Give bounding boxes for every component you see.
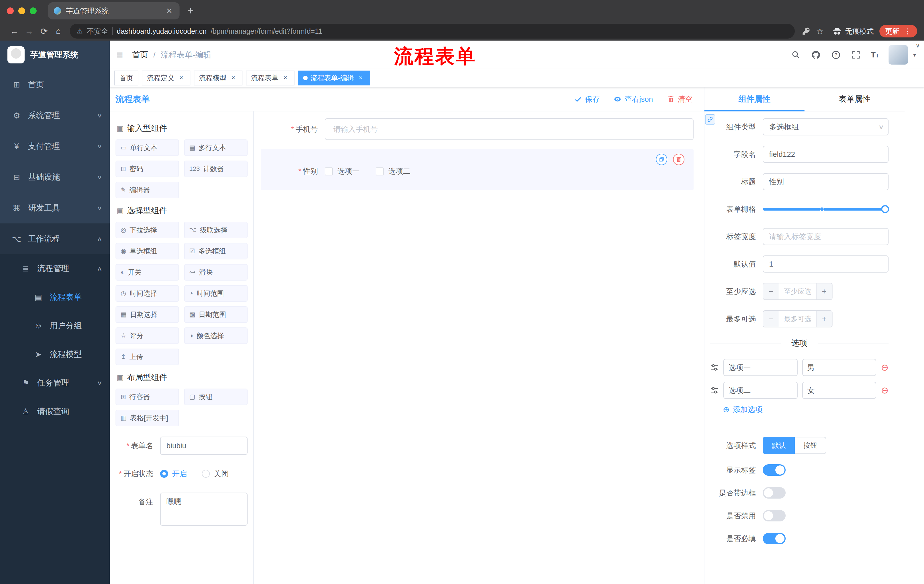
- component-type-select[interactable]: 多选框组 ∨: [763, 118, 889, 135]
- sidebar-item-process-model[interactable]: ➤ 流程模型: [0, 340, 110, 368]
- app-logo-row[interactable]: 芋道管理系统: [0, 41, 110, 69]
- plus-button[interactable]: +: [816, 311, 832, 327]
- sidebar-item-system[interactable]: ⚙ 系统管理 ∨: [0, 100, 110, 131]
- close-icon[interactable]: ×: [281, 74, 289, 82]
- sidebar-item-task-mgmt[interactable]: ⚑ 任务管理 ∨: [0, 368, 110, 397]
- minus-button[interactable]: −: [763, 283, 779, 299]
- minus-button[interactable]: −: [763, 311, 779, 327]
- delete-item-button[interactable]: [673, 154, 685, 165]
- show-label-toggle[interactable]: [763, 464, 785, 476]
- tag-process-form-edit[interactable]: 流程表单-编辑 ×: [298, 71, 370, 86]
- browser-menu-icon[interactable]: ⋮: [904, 27, 911, 36]
- zoom-window-button[interactable]: [30, 7, 36, 14]
- option-value-input[interactable]: [802, 359, 876, 376]
- tab-form-props[interactable]: 表单属性: [805, 87, 904, 111]
- component-cascader[interactable]: ⌥级联选择: [184, 222, 248, 238]
- sidebar-item-payment[interactable]: ¥ 支付管理 ∨: [0, 131, 110, 162]
- sidebar-item-user-group[interactable]: ☺ 用户分组: [0, 311, 110, 340]
- new-tab-button[interactable]: +: [188, 5, 193, 17]
- home-button[interactable]: ⌂: [51, 26, 65, 36]
- component-time-picker[interactable]: ◷时间选择: [116, 285, 179, 302]
- address-bar[interactable]: ⚠ 不安全 dashboard.yudao.iocoder.cn/bpm/man…: [70, 24, 795, 39]
- sidebar-item-home[interactable]: ⊞ 首页: [0, 69, 110, 100]
- browser-tab[interactable]: 芋道管理系统 ✕: [48, 2, 180, 20]
- help-icon[interactable]: ?: [831, 50, 841, 60]
- sidebar-item-leave-query[interactable]: ♙ 请假查询: [0, 397, 110, 426]
- component-multi-text[interactable]: ▤多行文本: [184, 140, 248, 156]
- style-default-button[interactable]: 默认: [763, 437, 795, 454]
- forward-button[interactable]: →: [22, 26, 36, 36]
- sidebar-item-process-form[interactable]: ▤ 流程表单: [0, 283, 110, 311]
- close-icon[interactable]: ×: [229, 74, 237, 82]
- tag-process-definition[interactable]: 流程定义 ×: [142, 71, 190, 86]
- sidebar-item-infra[interactable]: ⊟ 基础设施 ∨: [0, 162, 110, 192]
- remove-option-icon[interactable]: ⊖: [881, 386, 889, 395]
- component-radio-group[interactable]: ◉单选框组: [116, 243, 179, 260]
- chevron-down-icon[interactable]: ∨: [916, 42, 920, 49]
- plus-button[interactable]: +: [816, 283, 832, 299]
- avatar-caret-icon[interactable]: ▾: [913, 51, 916, 58]
- component-rate[interactable]: ☆评分: [116, 327, 179, 344]
- checkbox-option-2[interactable]: 选项二: [376, 166, 411, 176]
- sidebar-item-workflow[interactable]: ⌥ 工作流程 ∧: [0, 224, 110, 254]
- tag-process-form[interactable]: 流程表单 ×: [246, 71, 294, 86]
- tag-process-model[interactable]: 流程模型 ×: [194, 71, 243, 86]
- remove-option-icon[interactable]: ⊖: [881, 363, 889, 372]
- hamburger-icon[interactable]: ≡: [117, 49, 123, 61]
- slider-handle[interactable]: [881, 205, 889, 213]
- reload-button[interactable]: ⟳: [36, 26, 51, 36]
- component-color-picker[interactable]: ◑颜色选择: [184, 327, 248, 344]
- component-password[interactable]: ⊡密码: [116, 161, 179, 177]
- drag-handle-icon[interactable]: [710, 386, 719, 395]
- checkbox-option-1[interactable]: 选项一: [325, 166, 360, 176]
- gender-field-selected[interactable]: 性别 选项一 选项二: [261, 149, 693, 190]
- radio-open[interactable]: 开启: [160, 469, 187, 479]
- option-label-input[interactable]: [723, 382, 798, 399]
- style-button-button[interactable]: 按钮: [795, 437, 826, 454]
- component-dropdown[interactable]: ◎下拉选择: [116, 222, 179, 238]
- component-switch[interactable]: ◐开关: [116, 264, 179, 281]
- component-button[interactable]: ▢按钮: [184, 388, 248, 405]
- required-toggle[interactable]: [763, 533, 785, 544]
- phone-input[interactable]: [325, 118, 693, 140]
- avatar[interactable]: [889, 45, 908, 64]
- copy-item-button[interactable]: [656, 154, 667, 165]
- font-size-icon[interactable]: TT: [871, 50, 879, 59]
- link-icon[interactable]: [705, 114, 715, 125]
- default-value-input[interactable]: [763, 255, 889, 273]
- component-time-range[interactable]: ◔时间范围: [184, 285, 248, 302]
- title-input[interactable]: [763, 173, 889, 190]
- min-select-value[interactable]: 至少应选: [779, 283, 816, 299]
- close-icon[interactable]: ×: [177, 74, 185, 82]
- component-single-text[interactable]: ▭单行文本: [116, 140, 179, 156]
- security-label[interactable]: 不安全: [87, 26, 108, 36]
- option-value-input[interactable]: [802, 382, 876, 399]
- close-window-button[interactable]: [7, 7, 14, 14]
- breadcrumb-home[interactable]: 首页: [132, 49, 148, 60]
- component-counter[interactable]: 123计数器: [184, 161, 248, 177]
- component-slider[interactable]: ⊶滑块: [184, 264, 248, 281]
- back-button[interactable]: ←: [7, 26, 22, 36]
- tag-home[interactable]: 首页: [114, 71, 139, 86]
- browser-update-button[interactable]: 更新 ⋮: [879, 25, 917, 38]
- grid-slider[interactable]: [763, 201, 889, 218]
- tab-component-props[interactable]: 组件属性: [705, 87, 805, 111]
- label-width-input[interactable]: [763, 228, 889, 245]
- remark-textarea[interactable]: 嘿嘿: [160, 493, 248, 526]
- max-select-value[interactable]: 最多可选: [779, 311, 816, 327]
- view-json-button[interactable]: 查看json: [614, 94, 653, 104]
- component-upload[interactable]: ↥上传: [116, 349, 179, 365]
- component-date-picker[interactable]: ▦日期选择: [116, 306, 179, 323]
- close-icon[interactable]: ×: [357, 74, 365, 82]
- component-table[interactable]: ▥表格[开发中]: [116, 410, 179, 426]
- component-row-container[interactable]: ⊞行容器: [116, 388, 179, 405]
- search-icon[interactable]: [791, 50, 801, 60]
- password-key-icon[interactable]: [799, 27, 813, 35]
- disabled-toggle[interactable]: [763, 510, 785, 521]
- github-icon[interactable]: [811, 50, 821, 60]
- sidebar-item-process-mgmt[interactable]: ≣ 流程管理 ∧: [0, 254, 110, 283]
- field-name-input[interactable]: [763, 146, 889, 163]
- fullscreen-icon[interactable]: [851, 50, 861, 60]
- component-date-range[interactable]: ▩日期范围: [184, 306, 248, 323]
- clear-button[interactable]: 清空: [667, 94, 693, 104]
